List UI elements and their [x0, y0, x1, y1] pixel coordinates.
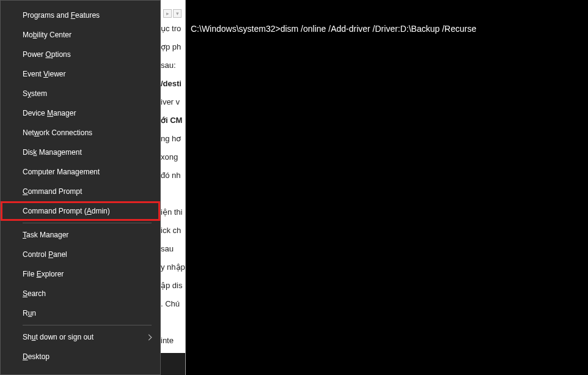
background-text-fragment: inte	[161, 335, 185, 346]
background-text-fragment: ới CM	[161, 115, 185, 126]
menu-text-post: Management	[37, 148, 81, 157]
menu-item-system[interactable]: System	[1, 84, 160, 103]
menu-text-pre: Mo	[23, 31, 33, 39]
menu-text-post: dmin)	[92, 207, 110, 215]
menu-hotkey-underline: A	[87, 207, 92, 215]
menu-item-run[interactable]: Run	[1, 303, 160, 323]
menu-text-post: anel	[53, 250, 67, 259]
menu-item-network-connections[interactable]: Network Connections	[1, 123, 160, 143]
background-text-fragment: /desti	[161, 78, 185, 89]
menu-item-desktop[interactable]: Desktop	[1, 347, 160, 366]
menu-item-power-options[interactable]: Power Options	[1, 45, 160, 64]
menu-text-pre: Sh	[23, 333, 32, 341]
menu-text-post: n	[32, 309, 36, 317]
background-text-fragment: y nhập	[161, 262, 185, 273]
menu-hotkey-underline: O	[45, 50, 51, 59]
menu-text-pre: Control	[23, 250, 48, 259]
command-prompt-window[interactable]: C:\Windows\system32>dism /online /Add-dr…	[186, 0, 588, 375]
menu-hotkey-underline: P	[48, 250, 53, 259]
menu-text-post: ement	[79, 168, 100, 176]
background-text-fragment	[161, 188, 185, 199]
menu-hotkey-underline: C	[23, 187, 28, 196]
background-text-fragment	[161, 317, 185, 328]
menu-text-pre: Device	[23, 109, 47, 117]
background-text-fragment: ập dis	[161, 280, 185, 291]
winx-context-menu: Programs and FeaturesMobility CenterPowe…	[0, 0, 161, 375]
menu-item-task-manager[interactable]: Task Manager	[1, 225, 160, 245]
menu-hotkey-underline: V	[43, 70, 48, 78]
terminal-command: dism /online /Add-driver /Driver:D:\Back…	[281, 24, 477, 34]
menu-separator	[23, 223, 152, 223]
menu-text-post: xplorer	[42, 270, 64, 278]
menu-item-file-explorer[interactable]: File Explorer	[1, 264, 160, 284]
menu-item-command-prompt-admin[interactable]: Command Prompt (Admin)	[1, 201, 160, 221]
menu-hotkey-underline: F	[71, 11, 75, 20]
menu-item-mobility-center[interactable]: Mobility Center	[1, 25, 160, 45]
menu-text-pre: Programs and	[23, 11, 71, 20]
menu-separator	[23, 325, 152, 325]
background-text-fragment: iver v	[161, 97, 185, 108]
menu-item-shut-down-or-sign-out[interactable]: Shut down or sign out	[1, 327, 160, 347]
nav-icons: ▸ ▾	[161, 7, 185, 20]
menu-text-post: eatures	[75, 11, 100, 20]
background-text-fragment: ick ch	[161, 225, 185, 236]
background-text-fragment: ợp ph	[161, 42, 185, 53]
terminal-line: C:\Windows\system32>dism /online /Add-dr…	[191, 23, 583, 34]
background-text-fragment: đó nh	[161, 170, 185, 181]
menu-text-pre: Net	[23, 128, 34, 137]
menu-hotkey-underline: S	[23, 289, 28, 298]
menu-text-pre: Event	[23, 70, 43, 78]
menu-item-programs-and-features[interactable]: Programs and Features	[1, 6, 160, 25]
background-text-fragment: sau	[161, 243, 185, 254]
background-document-fragment: ▸ ▾ ục troợp ph sau:/destiiver với CMng …	[161, 0, 186, 375]
menu-text-post: anager	[53, 109, 76, 117]
menu-item-disk-management[interactable]: Disk Management	[1, 143, 160, 162]
forward-icon[interactable]: ▸	[163, 9, 172, 18]
menu-text-post: ask Manager	[26, 231, 68, 239]
background-text-fragment: . Chú	[161, 299, 185, 310]
menu-text-pre: Power	[23, 50, 45, 59]
menu-text-pre: R	[23, 309, 28, 317]
menu-text-post: ommand Prompt	[28, 187, 83, 196]
menu-hotkey-underline: g	[75, 168, 79, 176]
menu-item-control-panel[interactable]: Control Panel	[1, 245, 160, 264]
menu-text-post: earch	[28, 289, 46, 298]
menu-text-post: stem	[31, 89, 47, 98]
menu-item-search[interactable]: Search	[1, 284, 160, 303]
menu-text-post: ptions	[51, 50, 71, 59]
background-text-fragment: iện thi	[161, 207, 185, 218]
menu-text-pre: File	[23, 270, 37, 278]
menu-text-post: iewer	[48, 70, 66, 78]
menu-hotkey-underline: D	[23, 352, 28, 361]
background-text-fragment: xong	[161, 152, 185, 163]
down-icon[interactable]: ▾	[173, 9, 182, 18]
menu-text-pre: Computer Mana	[23, 168, 75, 176]
menu-text-post: ork Connections	[39, 128, 92, 137]
menu-text-post: esktop	[28, 352, 50, 361]
menu-item-command-prompt[interactable]: Command Prompt	[1, 182, 160, 201]
menu-text-post: t down or sign out	[35, 333, 94, 341]
background-text-fragment: ục tro	[161, 23, 185, 34]
menu-hotkey-underline: E	[37, 270, 42, 278]
menu-item-device-manager[interactable]: Device Manager	[1, 103, 160, 123]
background-text-fragment: sau:	[161, 60, 185, 71]
menu-text-pre: Dis	[23, 148, 33, 157]
background-text-fragment: ng hơ	[161, 133, 185, 144]
terminal-blank-line	[191, 54, 583, 65]
terminal-prompt: C:\Windows\system32>	[191, 24, 281, 34]
menu-hotkey-underline: M	[47, 109, 53, 117]
menu-text-pre: S	[23, 89, 28, 98]
menu-item-event-viewer[interactable]: Event Viewer	[1, 64, 160, 84]
menu-item-computer-management[interactable]: Computer Management	[1, 162, 160, 182]
menu-text-post: ility Center	[37, 31, 72, 39]
menu-text-pre: Command Prompt (	[23, 207, 87, 215]
